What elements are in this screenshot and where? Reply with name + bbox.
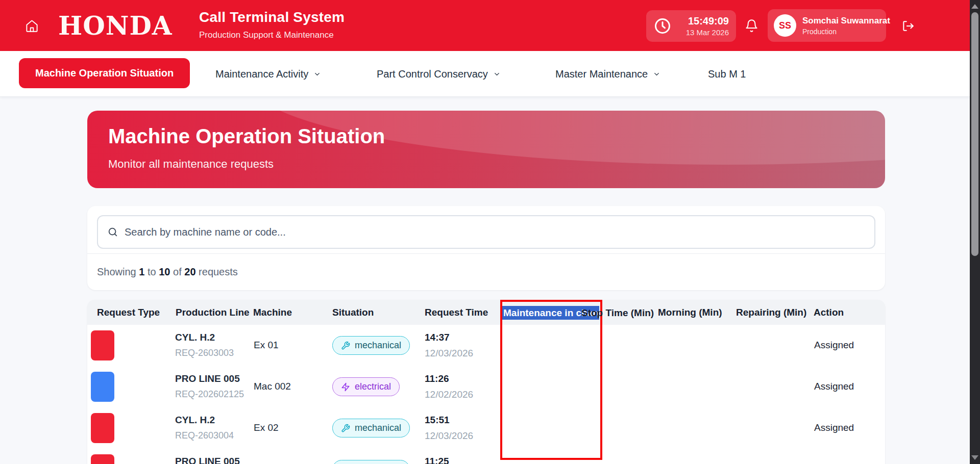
request-date: 12/02/2026 <box>425 389 473 400</box>
user-name: Somchai Suwannarat <box>802 16 890 26</box>
home-icon <box>25 19 39 33</box>
nav-item-part-control-conservacy[interactable]: Part Control Conservacy <box>377 51 501 97</box>
search-input[interactable] <box>125 226 865 238</box>
summary-to: 10 <box>159 266 170 277</box>
chevron-down-icon <box>313 70 321 78</box>
request-code: REQ-202602125 <box>175 389 251 400</box>
page-subtitle: Monitor all maintenance requests <box>108 158 274 171</box>
app-subtitle: Production Support & Maintenance <box>199 30 345 40</box>
table-header-row: Request Type Production Line Machine Sit… <box>87 300 885 325</box>
wrench-icon <box>341 341 350 350</box>
situation-label: electrical <box>355 381 391 392</box>
request-type-indicator <box>91 413 114 443</box>
page-title: Machine Operation Situation <box>108 125 385 148</box>
summary-of: 20 <box>184 266 195 277</box>
lightning-icon <box>341 382 350 392</box>
logout-icon <box>901 19 915 33</box>
production-line-name: PRO LINE 005 <box>175 373 252 384</box>
nav-active-label: Machine Operation Situation <box>35 67 174 79</box>
col-request-time[interactable]: Request Time <box>425 307 488 318</box>
request-type-indicator <box>91 330 114 360</box>
request-time: 15:51 <box>425 415 473 426</box>
nav-item-machine-operation-situation[interactable]: Machine Operation Situation <box>19 58 190 88</box>
nav-item-sub-m-1[interactable]: Sub M 1 <box>708 51 746 97</box>
table-row[interactable]: CYL. H.2 REQ-2603004 Ex 02 mechanical 15… <box>87 407 885 449</box>
col-morning[interactable]: Morning (Min) <box>658 307 722 318</box>
logout-button[interactable] <box>900 18 916 34</box>
honda-logo: HONDA <box>58 7 173 44</box>
request-date: 12/03/2026 <box>425 430 473 442</box>
wrench-icon <box>341 424 350 433</box>
situation-label: mechanical <box>355 423 401 433</box>
machine-name: Mac 002 <box>254 381 291 392</box>
search-icon <box>107 226 118 238</box>
scrollbar-thumb[interactable] <box>971 12 978 256</box>
user-menu[interactable]: SS Somchai Suwannarat Production <box>768 9 886 42</box>
results-summary: Showing 1 to 10 of 20 requests <box>97 266 238 278</box>
col-repairing[interactable]: Repairing (Min) <box>736 307 806 318</box>
chevron-down-icon <box>653 70 660 78</box>
request-code: REQ-2603004 <box>175 430 251 441</box>
avatar: SS <box>774 14 796 37</box>
table-row[interactable]: CYL. H.2 REQ-2603003 Ex 01 mechanical 14… <box>87 325 885 366</box>
clock-date: 13 Mar 2026 <box>686 28 729 37</box>
scrollbar-up-arrow-icon[interactable] <box>971 4 978 9</box>
nav-label: Part Control Conservacy <box>377 68 488 80</box>
action-status: Assigned <box>814 381 854 392</box>
notifications-button[interactable] <box>743 17 760 34</box>
machine-name: Ex 01 <box>254 340 279 351</box>
col-situation[interactable]: Situation <box>332 307 374 318</box>
production-line-name: CYL. H.2 <box>175 415 252 426</box>
col-request-type[interactable]: Request Type <box>97 307 160 318</box>
summary-from: 1 <box>139 266 144 277</box>
request-type-indicator <box>91 454 114 464</box>
production-line-name: PRO LINE 005 <box>175 456 252 464</box>
request-code: REQ-2603003 <box>175 348 251 358</box>
col-machine[interactable]: Machine <box>253 307 292 318</box>
home-button[interactable] <box>23 17 40 34</box>
user-role: Production <box>802 28 890 36</box>
production-line-name: CYL. H.2 <box>175 332 252 343</box>
situation-badge: electrical <box>332 377 400 396</box>
action-status: Assigned <box>814 340 854 351</box>
app-title: Call Terminal System <box>199 9 345 25</box>
action-status: Assigned <box>814 422 854 433</box>
clock-time: 15:49:09 <box>686 15 729 27</box>
nav-item-master-maintenance[interactable]: Master Maintenance <box>555 51 660 97</box>
search-box[interactable] <box>97 215 875 249</box>
bell-icon <box>745 19 758 33</box>
request-time: 11:26 <box>425 373 473 384</box>
situation-badge: mechanical <box>332 460 410 464</box>
app-header: HONDA Call Terminal System Production Su… <box>0 0 970 51</box>
col-stop-time[interactable]: Stop Time (Min) <box>581 307 654 319</box>
requests-table: Request Type Production Line Machine Sit… <box>87 300 885 464</box>
nav-item-maintenance-activity[interactable]: Maintenance Activity <box>215 51 321 97</box>
main-nav: Machine Operation Situation Maintenance … <box>0 51 970 97</box>
chevron-down-icon <box>493 70 501 78</box>
divider <box>87 253 885 254</box>
machine-name: Ex 02 <box>254 422 279 433</box>
scrollbar-down-arrow-icon[interactable] <box>971 455 978 460</box>
col-action[interactable]: Action <box>814 307 844 318</box>
clock-icon <box>653 17 672 35</box>
col-production-line[interactable]: Production Line <box>176 307 250 318</box>
search-card: Showing 1 to 10 of 20 requests <box>87 206 885 290</box>
nav-label: Sub M 1 <box>708 68 746 80</box>
request-time: 11:25 <box>425 456 449 464</box>
request-type-indicator <box>91 372 114 402</box>
situation-badge: mechanical <box>332 419 410 437</box>
table-row[interactable]: PRO LINE 005 mechanical 11:25 <box>87 449 885 464</box>
nav-label: Maintenance Activity <box>215 68 308 80</box>
clock-card: 15:49:09 13 Mar 2026 <box>646 10 736 42</box>
table-row[interactable]: PRO LINE 005 REQ-202602125 Mac 002 elect… <box>87 366 885 407</box>
vertical-scrollbar[interactable] <box>970 0 980 464</box>
nav-label: Master Maintenance <box>555 68 648 80</box>
situation-label: mechanical <box>355 340 401 351</box>
request-date: 12/03/2026 <box>425 348 473 359</box>
page-banner: Machine Operation Situation Monitor all … <box>87 111 885 188</box>
situation-badge: mechanical <box>332 336 410 355</box>
request-time: 14:37 <box>425 332 473 343</box>
